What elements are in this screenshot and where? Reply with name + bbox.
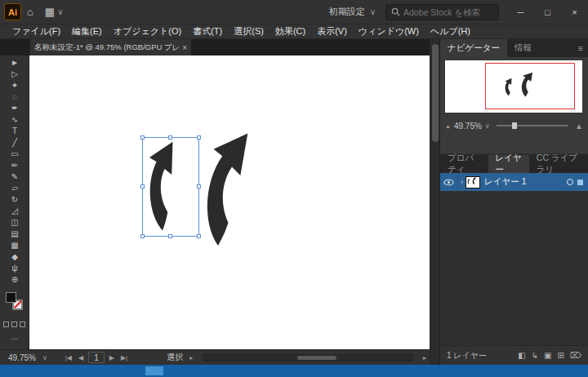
zoom-tool[interactable]: ⊕ xyxy=(0,274,29,286)
navigator-zoom-chevron-icon[interactable]: ∨ xyxy=(485,122,490,130)
status-expand-icon[interactable]: ▸ xyxy=(186,354,196,361)
rectangle-tool[interactable]: ▭ xyxy=(0,149,29,160)
selection-handle[interactable] xyxy=(140,135,145,140)
selection-handle[interactable] xyxy=(140,234,145,238)
line-segment-tool[interactable]: ╱ xyxy=(0,137,29,149)
delete-layer-icon[interactable]: ⌦ xyxy=(570,351,581,360)
menu-select[interactable]: 選択(S) xyxy=(228,25,270,38)
next-artboard-icon[interactable]: ▶ xyxy=(106,354,118,361)
curved-arrow-shape-right[interactable] xyxy=(194,126,279,255)
menu-effect[interactable]: 効果(C) xyxy=(270,25,311,38)
maximize-button[interactable]: □ xyxy=(534,0,561,24)
vertical-scrollbar-thumb[interactable] xyxy=(432,44,439,142)
desktop-flair xyxy=(145,366,163,375)
tab-layers[interactable]: レイヤー xyxy=(488,155,529,173)
workspace-chevron-icon[interactable]: ∨ xyxy=(56,7,65,16)
menu-object[interactable]: オブジェクト(O) xyxy=(108,25,187,38)
paintbrush-tool[interactable]: ✏ xyxy=(0,160,29,171)
tab-properties[interactable]: プロパティ xyxy=(440,155,488,173)
eraser-tool[interactable]: ▱ xyxy=(0,183,29,194)
artboard-canvas[interactable] xyxy=(29,55,430,349)
selection-tool[interactable]: ► xyxy=(0,57,29,69)
layer-thumbnail[interactable] xyxy=(466,176,480,188)
selection-handle[interactable] xyxy=(168,234,172,238)
tab-close-icon[interactable]: × xyxy=(179,43,187,52)
fill-stroke-control[interactable] xyxy=(6,292,25,313)
prev-artboard-icon[interactable]: ◀ xyxy=(75,354,87,361)
tab-info[interactable]: 情報 xyxy=(507,39,539,57)
menu-file[interactable]: ファイル(F) xyxy=(7,25,66,38)
menu-help[interactable]: ヘルプ(H) xyxy=(425,25,476,38)
stock-search-input[interactable] xyxy=(403,7,493,17)
navigator-artwork-thumbnail xyxy=(504,72,541,104)
pencil-tool[interactable]: ✎ xyxy=(0,171,29,183)
selection-handle[interactable] xyxy=(197,234,201,238)
selection-handle[interactable] xyxy=(197,184,201,188)
target-all-icon[interactable]: ▣ xyxy=(544,351,551,360)
layer-name[interactable]: レイヤー 1 xyxy=(484,176,527,188)
layer-disclosure-icon[interactable]: › xyxy=(458,178,466,186)
workspace-preset-label[interactable]: 初期設定 xyxy=(329,6,365,18)
layer-selection-chip[interactable] xyxy=(577,180,583,185)
navigator-zoom-value[interactable]: 49.75% xyxy=(454,122,482,131)
direct-selection-tool[interactable]: ▷ xyxy=(0,69,29,80)
hand-tool[interactable]: ψ xyxy=(0,263,29,274)
workspace-grid-icon[interactable]: ▦ xyxy=(39,6,56,18)
selection-handle[interactable] xyxy=(168,135,172,140)
draw-inside-mode-button[interactable] xyxy=(20,322,25,327)
layer-row-1[interactable]: › レイヤー 1 xyxy=(440,173,588,191)
new-sublayer-icon[interactable]: ↳ xyxy=(532,351,538,360)
menu-view[interactable]: 表示(V) xyxy=(311,25,353,38)
horizontal-scrollbar[interactable] xyxy=(203,354,413,361)
menu-type[interactable]: 書式(T) xyxy=(187,25,228,38)
preset-chevron-icon[interactable]: ∨ xyxy=(368,7,377,16)
shape-builder-tool[interactable]: ◫ xyxy=(0,217,29,228)
selection-handle[interactable] xyxy=(197,135,201,140)
fill-swatch[interactable] xyxy=(6,292,16,303)
menu-edit[interactable]: 編集(E) xyxy=(66,25,108,38)
zoom-dropdown-icon[interactable]: ∨ xyxy=(39,354,51,361)
navigator-zoom-slider-thumb[interactable] xyxy=(512,122,517,129)
vertical-scrollbar[interactable] xyxy=(430,39,439,365)
new-layer-icon[interactable]: ⊞ xyxy=(557,351,564,360)
rotate-tool[interactable]: ↻ xyxy=(0,194,29,206)
draw-normal-mode-button[interactable] xyxy=(3,322,9,327)
layer-target-icon[interactable] xyxy=(567,179,573,185)
mesh-tool[interactable]: ▦ xyxy=(0,240,29,251)
eyedropper-tool[interactable]: ◆ xyxy=(0,251,29,263)
minimize-button[interactable]: ─ xyxy=(507,0,534,24)
lasso-tool[interactable]: ◌ xyxy=(0,91,29,103)
horizontal-scrollbar-thumb[interactable] xyxy=(297,356,336,360)
home-icon[interactable]: ⌂ xyxy=(21,6,39,18)
last-artboard-icon[interactable]: ▶| xyxy=(118,354,131,361)
right-panel-dock: ナビゲーター 情報 ≡ ▲ 49.75% ∨ xyxy=(439,39,588,365)
draw-behind-mode-button[interactable] xyxy=(11,322,17,327)
edit-toolbar-icon[interactable]: ⋯ xyxy=(0,335,29,343)
type-tool[interactable]: T xyxy=(0,126,29,137)
zoom-level-value[interactable]: 49.75% xyxy=(0,353,39,362)
close-button[interactable]: × xyxy=(561,0,588,24)
menu-window[interactable]: ウィンドウ(W) xyxy=(353,25,425,38)
artboard-number-box[interactable]: 1 xyxy=(88,352,105,363)
stock-search-box[interactable] xyxy=(385,4,499,20)
scroll-right-icon[interactable]: ▸ xyxy=(420,354,430,361)
zoom-out-icon[interactable]: ▲ xyxy=(445,123,451,129)
scale-tool[interactable]: ◿ xyxy=(0,206,29,217)
clipping-mask-icon[interactable]: ◧ xyxy=(518,351,525,360)
selection-handle[interactable] xyxy=(140,184,145,188)
gradient-tool[interactable]: ▤ xyxy=(0,228,29,240)
visibility-eye-icon[interactable] xyxy=(440,173,458,191)
first-artboard-icon[interactable]: |◀ xyxy=(62,354,75,361)
document-tab[interactable]: 名称未設定-1* @ 49.75% (RGB/GPU プレビュー) × xyxy=(30,39,192,55)
menubar: ファイル(F) 編集(E) オブジェクト(O) 書式(T) 選択(S) 効果(C… xyxy=(0,24,588,39)
zoom-in-icon[interactable]: ▲ xyxy=(575,122,583,131)
curvature-tool[interactable]: ∿ xyxy=(0,114,29,126)
panel-menu-icon[interactable]: ≡ xyxy=(573,39,588,57)
magic-wand-tool[interactable]: ✦ xyxy=(0,80,29,91)
navigator-zoom-slider[interactable] xyxy=(497,125,568,126)
tab-navigator[interactable]: ナビゲーター xyxy=(440,39,507,57)
pen-tool[interactable]: ✒ xyxy=(0,103,29,114)
tab-cc-libraries[interactable]: CC ライブラリ xyxy=(529,155,588,173)
navigator-preview[interactable] xyxy=(445,60,582,113)
selection-bounding-box[interactable] xyxy=(142,137,199,237)
